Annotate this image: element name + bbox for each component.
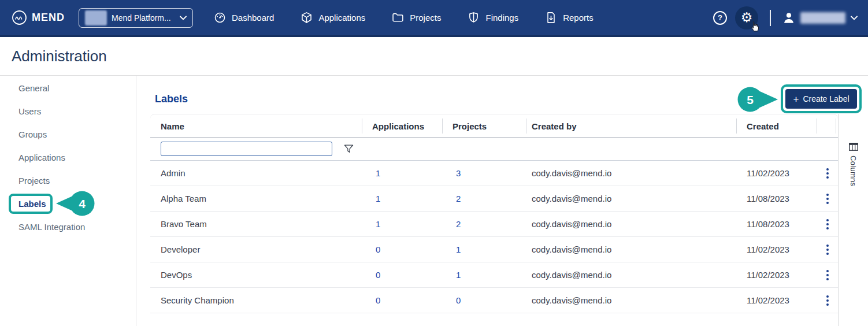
created-date-cell: 11/08/2023 bbox=[736, 194, 817, 203]
applications-count-link[interactable]: 1 bbox=[376, 219, 380, 229]
nav-label: Projects bbox=[410, 13, 441, 23]
row-actions-kebab-icon[interactable] bbox=[823, 217, 832, 232]
redacted-username bbox=[800, 12, 845, 24]
labels-table: Name Applications Projects Created by Cr… bbox=[150, 114, 838, 326]
shield-icon bbox=[468, 12, 480, 24]
top-navbar: MEND Mend Platform... Dashboard Applicat… bbox=[0, 0, 868, 37]
user-avatar-icon bbox=[782, 12, 795, 24]
mend-wave-icon bbox=[12, 10, 27, 25]
nav-item-applications[interactable]: Applications bbox=[301, 12, 365, 24]
nav-label: Applications bbox=[318, 13, 365, 23]
projects-count-link[interactable]: 3 bbox=[456, 168, 461, 178]
applications-count-link[interactable]: 0 bbox=[376, 244, 380, 254]
projects-count-link[interactable]: 1 bbox=[456, 270, 461, 280]
applications-count-link[interactable]: 1 bbox=[376, 194, 380, 203]
table-body: Admin 1 3 cody.davis@mend.io 11/02/2023 … bbox=[150, 161, 838, 313]
table-row: Alpha Team 1 2 cody.davis@mend.io 11/08/… bbox=[150, 186, 838, 212]
callout-step-number: 5 bbox=[747, 93, 754, 106]
cube-icon bbox=[301, 12, 313, 24]
created-date-cell: 11/02/2023 bbox=[736, 270, 817, 280]
created-by-cell: cody.davis@mend.io bbox=[526, 295, 736, 305]
created-date-cell: 11/02/2023 bbox=[736, 244, 817, 254]
navbar-divider bbox=[770, 10, 771, 26]
projects-count-link[interactable]: 2 bbox=[456, 194, 461, 203]
settings-gear-icon[interactable]: ⚙ bbox=[735, 6, 758, 29]
table-header-row: Name Applications Projects Created by Cr… bbox=[150, 114, 838, 138]
columns-table-icon bbox=[849, 143, 858, 151]
hand-cursor-icon bbox=[750, 21, 759, 32]
column-header-projects[interactable]: Projects bbox=[442, 114, 526, 138]
row-actions-kebab-icon[interactable] bbox=[823, 166, 832, 181]
filter-funnel-icon[interactable] bbox=[344, 145, 354, 153]
create-label-button-text: Create Label bbox=[803, 94, 849, 103]
section-title: Labels bbox=[155, 93, 188, 105]
help-icon[interactable]: ? bbox=[713, 11, 727, 25]
gauge-icon bbox=[214, 12, 226, 24]
sidebar-item-users[interactable]: Users bbox=[0, 99, 136, 123]
sidebar-item-general[interactable]: General bbox=[0, 76, 136, 99]
projects-count-link[interactable]: 2 bbox=[456, 219, 461, 229]
sidebar-item-groups[interactable]: Groups bbox=[0, 123, 136, 146]
sidebar-item-saml-integration[interactable]: SAML Integration bbox=[0, 215, 136, 238]
nav-label: Dashboard bbox=[232, 13, 274, 23]
folder-icon bbox=[392, 12, 404, 24]
nav-label: Reports bbox=[563, 13, 593, 23]
org-switcher-label: Mend Platform... bbox=[112, 13, 171, 23]
table-row: DevOps 0 1 cody.davis@mend.io 11/02/2023 bbox=[150, 262, 838, 288]
label-name-cell: Security Champion bbox=[150, 295, 362, 305]
created-date-cell: 11/02/2023 bbox=[736, 295, 817, 305]
sidebar-item-labels[interactable]: Labels bbox=[0, 192, 136, 215]
help-glyph: ? bbox=[718, 13, 722, 22]
columns-panel-toggle[interactable]: Columns bbox=[838, 114, 868, 326]
plus-icon: + bbox=[793, 94, 799, 104]
org-switcher-dropdown[interactable]: Mend Platform... bbox=[79, 8, 193, 28]
created-by-cell: cody.davis@mend.io bbox=[526, 194, 736, 203]
column-header-actions bbox=[817, 114, 838, 138]
table-row: Developer 0 1 cody.davis@mend.io 11/02/2… bbox=[150, 237, 838, 262]
label-name-cell: Admin bbox=[150, 168, 362, 178]
chevron-down-icon bbox=[851, 16, 858, 20]
sidebar-item-applications[interactable]: Applications bbox=[0, 146, 136, 169]
sidebar-item-projects[interactable]: Projects bbox=[0, 169, 136, 192]
row-actions-kebab-icon[interactable] bbox=[823, 268, 832, 283]
nav-label: Findings bbox=[485, 13, 518, 23]
projects-count-link[interactable]: 1 bbox=[456, 244, 461, 254]
column-header-created-by[interactable]: Created by bbox=[526, 114, 736, 138]
callout-arrow-5: 5 bbox=[737, 87, 779, 112]
nav-item-findings[interactable]: Findings bbox=[468, 12, 518, 24]
main-nav: Dashboard Applications Projects Findings bbox=[214, 12, 593, 24]
applications-count-link[interactable]: 0 bbox=[376, 270, 380, 280]
applications-count-link[interactable]: 1 bbox=[376, 168, 380, 178]
user-menu[interactable] bbox=[782, 12, 858, 24]
create-label-button[interactable]: + Create Label bbox=[785, 89, 857, 109]
redacted-org-name bbox=[85, 10, 107, 25]
created-by-cell: cody.davis@mend.io bbox=[526, 270, 736, 280]
created-by-cell: cody.davis@mend.io bbox=[526, 219, 736, 229]
column-header-created[interactable]: Created bbox=[736, 114, 817, 138]
label-name-cell: Developer bbox=[150, 244, 362, 254]
projects-count-link[interactable]: 0 bbox=[456, 295, 461, 305]
page-header: Administration bbox=[0, 37, 868, 76]
report-download-icon bbox=[545, 12, 557, 24]
column-header-name[interactable]: Name bbox=[150, 114, 362, 138]
row-actions-kebab-icon[interactable] bbox=[823, 242, 832, 257]
label-name-cell: Bravo Team bbox=[150, 219, 362, 229]
created-by-cell: cody.davis@mend.io bbox=[526, 244, 736, 254]
callout-ring-create-label: + Create Label bbox=[781, 84, 862, 113]
mend-logo: MEND bbox=[12, 10, 65, 25]
created-date-cell: 11/02/2023 bbox=[736, 168, 817, 178]
table-row: Bravo Team 1 2 cody.davis@mend.io 11/08/… bbox=[150, 212, 838, 237]
name-filter-input[interactable] bbox=[161, 142, 332, 156]
label-name-cell: DevOps bbox=[150, 270, 362, 280]
row-actions-kebab-icon[interactable] bbox=[823, 191, 832, 206]
created-by-cell: cody.davis@mend.io bbox=[526, 168, 736, 178]
column-header-applications[interactable]: Applications bbox=[362, 114, 442, 138]
nav-item-dashboard[interactable]: Dashboard bbox=[214, 12, 274, 24]
table-row: Admin 1 3 cody.davis@mend.io 11/02/2023 bbox=[150, 161, 838, 186]
navbar-right: ? ⚙ bbox=[713, 6, 858, 29]
page-title: Administration bbox=[12, 47, 107, 65]
nav-item-reports[interactable]: Reports bbox=[545, 12, 593, 24]
row-actions-kebab-icon[interactable] bbox=[823, 293, 832, 308]
nav-item-projects[interactable]: Projects bbox=[392, 12, 441, 24]
applications-count-link[interactable]: 0 bbox=[376, 295, 380, 305]
